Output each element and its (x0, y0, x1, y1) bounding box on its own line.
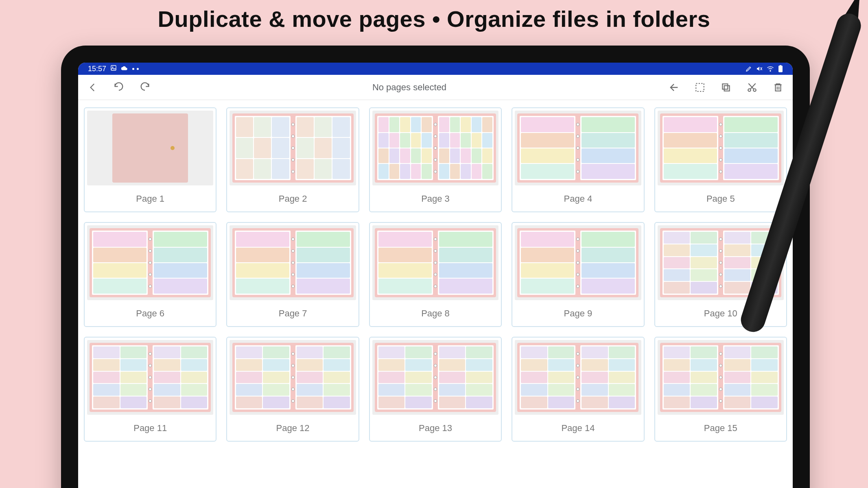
tablet-screen: 15:57 (78, 63, 793, 488)
cloud-icon (121, 65, 128, 73)
delete-button[interactable] (771, 80, 785, 95)
toolbar-title: No pages selected (152, 82, 667, 93)
svg-rect-6 (780, 65, 781, 66)
pen-status-icon (746, 65, 752, 72)
page-thumbnail[interactable]: Page 14 (512, 337, 644, 442)
page-thumbnail[interactable]: Page 7 (226, 222, 359, 327)
mute-icon (756, 65, 763, 72)
thumbnail-image (515, 225, 641, 300)
svg-rect-0 (111, 65, 116, 70)
image-icon (110, 65, 117, 73)
thumbnail-image (230, 340, 356, 415)
android-statusbar: 15:57 (78, 63, 793, 75)
page-thumbnail[interactable]: Page 3 (369, 107, 502, 212)
thumbnail-image (372, 340, 498, 415)
page-label: Page 6 (136, 300, 164, 324)
page-label: Page 7 (279, 300, 307, 324)
svg-rect-15 (776, 85, 781, 91)
battery-icon (778, 65, 783, 72)
page-label: Page 13 (419, 415, 452, 438)
select-all-button[interactable] (693, 80, 707, 95)
copy-button[interactable] (719, 80, 733, 95)
svg-point-1 (112, 66, 114, 68)
page-label: Page 14 (561, 415, 595, 438)
svg-rect-5 (779, 66, 783, 72)
tablet-frame: 15:57 (61, 46, 810, 488)
page-thumbnail[interactable]: Page 12 (226, 337, 359, 442)
page-label: Page 15 (704, 415, 737, 438)
cut-button[interactable] (745, 80, 759, 95)
undo-button[interactable] (112, 80, 126, 95)
page-thumbnail[interactable]: Page 6 (84, 222, 216, 327)
thumbnail-image (515, 340, 641, 415)
thumbnail-image (87, 225, 213, 300)
svg-point-4 (770, 71, 771, 72)
redo-button[interactable] (138, 80, 152, 95)
thumbnail-image (87, 340, 213, 415)
thumbnail-image (230, 225, 356, 300)
thumbnail-image (230, 111, 356, 185)
pages-grid: Page 1Page 2Page 3Page 4Page 5Page 6Page… (84, 107, 787, 442)
page-thumbnail[interactable]: Page 9 (512, 222, 644, 327)
close-selection-button[interactable] (667, 80, 681, 95)
svg-rect-10 (722, 84, 728, 89)
page-label: Page 9 (564, 300, 593, 324)
back-button[interactable] (85, 80, 100, 95)
page-label: Page 4 (564, 185, 593, 209)
page-label: Page 1 (136, 185, 164, 209)
status-notification-dots (132, 68, 139, 70)
thumbnail-image (658, 340, 784, 415)
wifi-icon (767, 66, 774, 72)
svg-rect-8 (696, 83, 704, 92)
page-thumbnail[interactable]: Page 8 (369, 222, 502, 327)
page-thumbnail[interactable]: Page 5 (654, 107, 787, 212)
page-label: Page 3 (421, 185, 450, 209)
page-thumbnail[interactable]: Page 2 (226, 107, 359, 212)
page-label: Page 2 (279, 185, 307, 209)
page-label: Page 8 (421, 300, 450, 324)
marketing-headline: Duplicate & move pages • Organize files … (0, 0, 868, 32)
thumbnail-image (658, 111, 784, 185)
thumbnail-image (658, 225, 784, 300)
app-toolbar: No pages selected (78, 75, 793, 100)
page-thumbnail[interactable]: Page 4 (512, 107, 644, 212)
page-thumbnail[interactable]: Page 15 (654, 337, 787, 442)
svg-rect-9 (724, 85, 730, 91)
page-thumbnail[interactable]: Page 13 (369, 337, 502, 442)
thumbnail-image (372, 225, 498, 300)
page-thumbnail[interactable]: Page 1 (84, 107, 216, 212)
page-label: Page 5 (706, 185, 735, 209)
thumbnail-image (515, 111, 641, 185)
page-thumbnail[interactable]: Page 11 (84, 337, 216, 442)
page-thumbnail[interactable]: Page 10 (654, 222, 787, 327)
page-label: Page 10 (704, 300, 737, 324)
thumbnail-image (372, 111, 498, 185)
pages-grid-scroll[interactable]: Page 1Page 2Page 3Page 4Page 5Page 6Page… (78, 100, 793, 488)
status-time: 15:57 (88, 65, 106, 73)
thumbnail-image (87, 111, 213, 185)
page-label: Page 12 (276, 415, 310, 438)
page-label: Page 11 (133, 415, 167, 438)
